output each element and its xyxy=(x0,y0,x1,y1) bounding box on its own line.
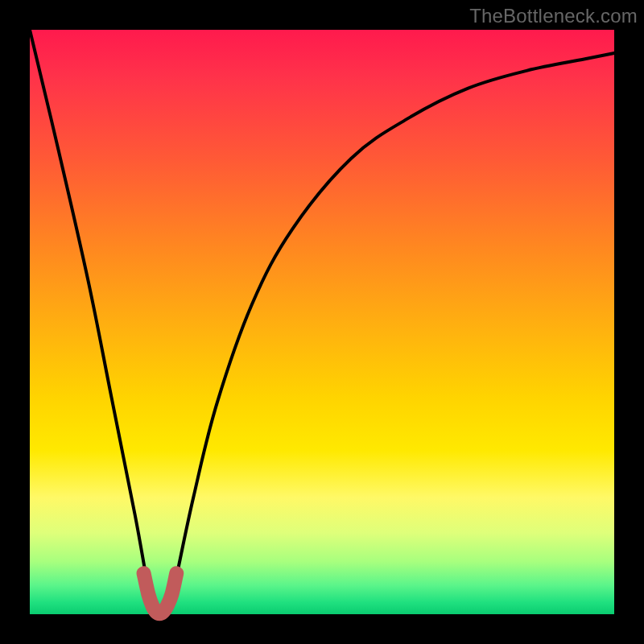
plot-area xyxy=(30,30,614,614)
chart-frame: TheBottleneck.com xyxy=(0,0,644,644)
trough-highlight xyxy=(144,573,177,613)
watermark-attribution: TheBottleneck.com xyxy=(469,5,638,27)
bottleneck-curve xyxy=(30,30,614,616)
curve-layer xyxy=(30,30,614,614)
